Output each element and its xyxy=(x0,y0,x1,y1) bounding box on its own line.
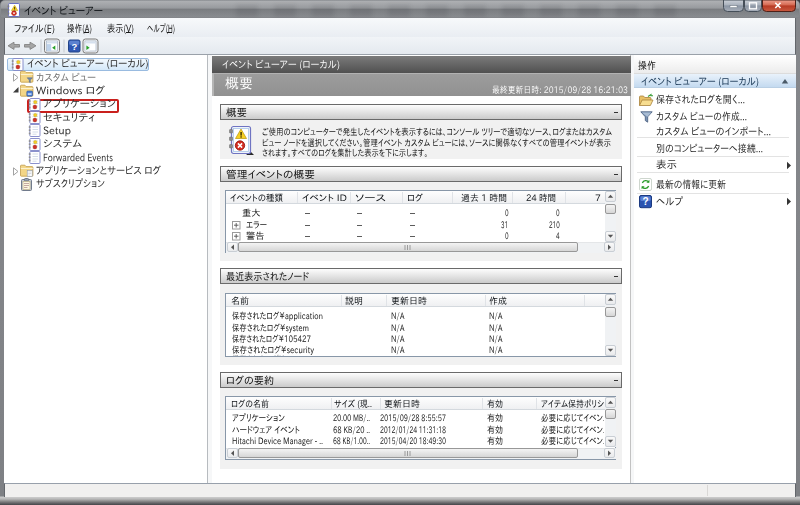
svg-text:?: ? xyxy=(71,41,77,52)
svg-text:?: ? xyxy=(643,196,649,207)
